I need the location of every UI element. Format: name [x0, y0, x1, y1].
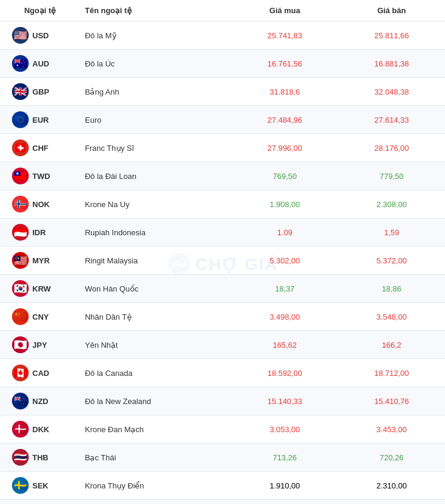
flag-DKK: 🇩🇰 — [12, 421, 29, 438]
table-row: 🇲🇾 MYR Ringit Malaysia 5.302,00 5.372,00 — [0, 247, 445, 275]
currency-name-SGD: Đô la Singapore — [80, 500, 232, 505]
buy-price-DKK: 3.053,00 — [231, 415, 338, 444]
sell-price-CHF: 28.176,00 — [338, 134, 445, 162]
currency-cell-SGD: 🇸🇬 SGD — [0, 500, 80, 505]
currency-code-IDR: IDR — [32, 228, 46, 237]
currency-cell-USD: 🇺🇸 USD — [0, 22, 80, 50]
buy-price-CNY: 3.498,00 — [231, 303, 338, 331]
table-row: 🇨🇦 CAD Đô la Canada 18.592,00 18.712,00 — [0, 359, 445, 387]
currency-name-IDR: Rupiah Indonesia — [80, 218, 232, 247]
buy-price-USD: 25.741,83 — [231, 22, 338, 50]
table-row: 🇩🇰 DKK Krone Đan Mạch 3.053,00 3.453,00 — [0, 415, 445, 444]
buy-price-MYR: 5.302,00 — [231, 247, 338, 275]
currency-cell-KRW: 🇰🇷 KRW — [0, 275, 80, 303]
currency-code-DKK: DKK — [32, 425, 49, 434]
flag-USD: 🇺🇸 — [12, 27, 29, 44]
sell-price-THB: 720,26 — [338, 444, 445, 472]
col-sell: Giá bán — [338, 0, 445, 22]
currency-cell-EUR: 🇪🇺 EUR — [0, 106, 80, 134]
sell-price-IDR: 1,59 — [338, 218, 445, 247]
buy-price-EUR: 27.484,96 — [231, 106, 338, 134]
table-row: 🇦🇺 AUD Đô la Úc 16.761,56 16.881,38 — [0, 50, 445, 78]
buy-price-CAD: 18.592,00 — [231, 359, 338, 387]
sell-price-EUR: 27.614,33 — [338, 106, 445, 134]
currency-table: Ngoại tệ Tên ngoại tệ Giá mua Giá bán 🇺🇸… — [0, 0, 445, 504]
sell-price-SEK: 2.310,00 — [338, 472, 445, 500]
currency-code-NOK: NOK — [32, 200, 50, 209]
sell-price-CAD: 18.712,00 — [338, 359, 445, 387]
table-row: 🇸🇬 SGD Đô la Singapore 18.792,00 18.917,… — [0, 500, 445, 505]
buy-price-KRW: 18,37 — [231, 275, 338, 303]
currency-name-NZD: Đô la New Zealand — [80, 387, 232, 415]
currency-code-EUR: EUR — [32, 116, 49, 125]
currency-code-USD: USD — [32, 31, 49, 40]
currency-cell-IDR: 🇮🇩 IDR — [0, 218, 80, 247]
flag-JPY: 🇯🇵 — [12, 336, 29, 353]
currency-name-AUD: Đô la Úc — [80, 50, 232, 78]
currency-name-USD: Đô la Mỹ — [80, 22, 232, 50]
table-row: 🇳🇴 NOK Krone Na Uy 1.908,00 2.308,00 — [0, 190, 445, 218]
currency-name-JPY: Yên Nhật — [80, 331, 232, 359]
buy-price-TWD: 769,50 — [231, 162, 338, 190]
currency-cell-AUD: 🇦🇺 AUD — [0, 50, 80, 78]
flag-IDR: 🇮🇩 — [12, 224, 29, 241]
table-row: 🇹🇼 TWD Đô la Đài Loan 769,50 779,50 — [0, 162, 445, 190]
currency-name-NOK: Krone Na Uy — [80, 190, 232, 218]
currency-name-EUR: Euro — [80, 106, 232, 134]
buy-price-SEK: 1.910,00 — [231, 472, 338, 500]
col-currency: Ngoại tệ — [0, 0, 80, 22]
sell-price-GBP: 32.048,38 — [338, 78, 445, 106]
sell-price-JPY: 166,2 — [338, 331, 445, 359]
sell-price-CNY: 3.548,00 — [338, 303, 445, 331]
buy-price-AUD: 16.761,56 — [231, 50, 338, 78]
currency-code-AUD: AUD — [32, 59, 49, 68]
table-row: 🇬🇧 GBP Bảng Anh 31.818,6 32.048,38 — [0, 78, 445, 106]
sell-price-AUD: 16.881,38 — [338, 50, 445, 78]
flag-SEK: 🇸🇪 — [12, 477, 29, 494]
currency-cell-NOK: 🇳🇴 NOK — [0, 190, 80, 218]
currency-cell-CNY: 🇨🇳 CNY — [0, 303, 80, 331]
flag-CNY: 🇨🇳 — [12, 308, 29, 325]
col-buy: Giá mua — [231, 0, 338, 22]
sell-price-USD: 25.811,66 — [338, 22, 445, 50]
sell-price-SGD: 18.917,00 — [338, 500, 445, 505]
buy-price-GBP: 31.818,6 — [231, 78, 338, 106]
flag-CHF: 🇨🇭 — [12, 139, 29, 156]
currency-code-NZD: NZD — [32, 397, 49, 406]
currency-code-CHF: CHF — [32, 144, 49, 153]
table-row: 🇯🇵 JPY Yên Nhật 165,62 166,2 — [0, 331, 445, 359]
flag-NZD: 🇳🇿 — [12, 393, 29, 409]
table-header: Ngoại tệ Tên ngoại tệ Giá mua Giá bán — [0, 0, 445, 22]
currency-code-TWD: TWD — [32, 172, 50, 181]
currency-cell-CAD: 🇨🇦 CAD — [0, 359, 80, 387]
sell-price-NOK: 2.308,00 — [338, 190, 445, 218]
currency-cell-THB: 🇹🇭 THB — [0, 444, 80, 472]
currency-code-THB: THB — [32, 453, 49, 462]
currency-name-MYR: Ringit Malaysia — [80, 247, 232, 275]
buy-price-CHF: 27.996,00 — [231, 134, 338, 162]
flag-EUR: 🇪🇺 — [12, 111, 29, 128]
flag-CAD: 🇨🇦 — [12, 365, 29, 381]
currency-table-wrapper: CHỢ GIÁ Ngoại tệ Tên ngoại tệ Giá mua Gi… — [0, 0, 445, 504]
buy-price-NZD: 15.140,33 — [231, 387, 338, 415]
table-row: 🇺🇸 USD Đô la Mỹ 25.741,83 25.811,66 — [0, 22, 445, 50]
flag-TWD: 🇹🇼 — [12, 168, 29, 184]
currency-code-SEK: SEK — [32, 481, 49, 490]
currency-name-THB: Bạc Thái — [80, 444, 232, 472]
currency-name-TWD: Đô la Đài Loan — [80, 162, 232, 190]
currency-name-SEK: Krona Thụy Điển — [80, 472, 232, 500]
sell-price-NZD: 15.410,76 — [338, 387, 445, 415]
flag-AUD: 🇦🇺 — [12, 55, 29, 72]
currency-name-CAD: Đô la Canada — [80, 359, 232, 387]
currency-cell-JPY: 🇯🇵 JPY — [0, 331, 80, 359]
flag-THB: 🇹🇭 — [12, 449, 29, 466]
currency-code-CNY: CNY — [32, 312, 49, 321]
currency-cell-DKK: 🇩🇰 DKK — [0, 415, 80, 444]
currency-code-KRW: KRW — [32, 284, 51, 293]
currency-name-CNY: Nhân Dân Tệ — [80, 303, 232, 331]
buy-price-SGD: 18.792,00 — [231, 500, 338, 505]
flag-MYR: 🇲🇾 — [12, 252, 29, 269]
table-row: 🇳🇿 NZD Đô la New Zealand 15.140,33 15.41… — [0, 387, 445, 415]
currency-cell-GBP: 🇬🇧 GBP — [0, 78, 80, 106]
currency-code-JPY: JPY — [32, 341, 47, 350]
